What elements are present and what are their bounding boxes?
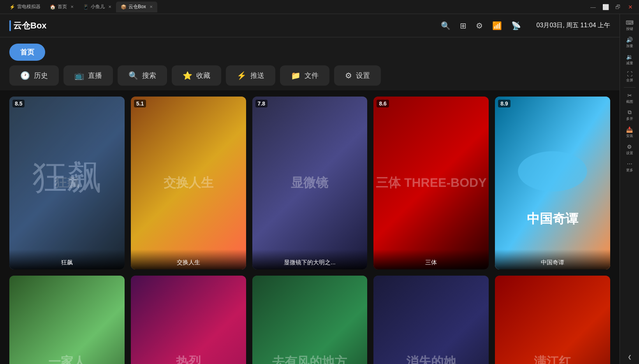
movie-poster-8: 去有风的地方 xyxy=(252,276,368,364)
sidebar-btn-settings[interactable]: ⚙ 设置 xyxy=(621,141,638,158)
movie-title-2: 交换人生 xyxy=(131,250,246,269)
window-minimize-btn[interactable]: — xyxy=(589,3,597,11)
movie-card-1[interactable]: 狂飙 狂飙 8.5 狂飙 xyxy=(9,97,125,269)
movie-rating-4: 8.6 xyxy=(377,100,389,107)
browser-tab-bar: ⚡ 雷电模拟器 🏠 首页 ✕ 📱 小鱼儿 ✕ 📦 云仓Box ✕ — ⬜ 🗗 ✕ xyxy=(0,0,639,14)
movie-card-8[interactable]: 去有风的地方 去有风的地方 xyxy=(252,276,368,364)
movie-card-9[interactable]: 消失的她 消失的她 xyxy=(373,276,489,364)
settings-menu-icon: ⚙ xyxy=(345,71,352,80)
home-tab-icon: 🏠 xyxy=(50,4,56,10)
movie-card-10[interactable]: 满江红 满江红 xyxy=(495,276,610,364)
tab-close-yuncang[interactable]: ✕ xyxy=(150,5,153,9)
menu-live[interactable]: 📺 直播 xyxy=(63,65,113,86)
movie-title-4: 三体 xyxy=(373,250,489,269)
keyboard-icon: ⌨ xyxy=(626,19,634,26)
movie-poster-3: 显微镜 xyxy=(252,97,368,269)
app-content: 云仓Box 🔍 ⊞ ⚙ 📶 📡 03月03日, 周五 11:04 上午 首页 xyxy=(0,14,620,364)
menu-row: 🕐 历史 📺 直播 🔍 搜索 ⭐ 收藏 ⚡ 推送 xyxy=(0,61,620,90)
movie-card-5[interactable]: 中国奇谭 8.9 中国奇谭 xyxy=(495,97,610,269)
volume-up-icon: 🔊 xyxy=(626,37,633,43)
live-icon: 📺 xyxy=(74,71,84,80)
movie-title-3: 显微镜下的大明之... xyxy=(252,250,368,269)
window-restore-btn[interactable]: ⬜ xyxy=(602,3,609,11)
movie-poster-2: 交换人生 xyxy=(131,97,246,269)
sidebar-btn-fullscreen[interactable]: ⛶ 全屏 xyxy=(621,69,638,85)
sidebar-btn-volume-up[interactable]: 🔊 加量 xyxy=(621,34,638,51)
svg-point-3 xyxy=(518,151,587,192)
push-icon: ⚡ xyxy=(237,71,246,80)
cast-icon[interactable]: 📡 xyxy=(511,21,521,30)
movie-poster-9: 消失的她 xyxy=(373,276,489,364)
content-area: 狂飙 狂飙 8.5 狂飙 交换人生 xyxy=(0,90,620,364)
tab-yuncang[interactable]: 📦 云仓Box ✕ xyxy=(116,2,157,12)
window-maximize-btn[interactable]: 🗗 xyxy=(614,3,622,11)
emu-icon: ⚡ xyxy=(9,4,15,10)
logo-bar xyxy=(9,20,11,31)
movie-card-6[interactable]: 一家人 一家人 xyxy=(9,276,125,364)
movies-grid: 狂飙 狂飙 8.5 狂飙 交换人生 xyxy=(9,97,610,364)
sidebar-btn-multiwindow[interactable]: ⧉ 多开 xyxy=(621,107,638,123)
sidebar-btn-screenshot[interactable]: ✂ 截图 xyxy=(621,90,638,106)
tab-close-xiaoyu[interactable]: ✕ xyxy=(108,5,111,9)
movie-card-7[interactable]: 热烈 热烈 xyxy=(131,276,246,364)
movie-rating-5: 8.9 xyxy=(498,100,510,107)
app-logo: 云仓Box xyxy=(9,20,47,32)
screenshot-icon: ✂ xyxy=(627,92,632,98)
grid-icon[interactable]: ⊞ xyxy=(460,21,466,30)
sidebar-btn-volume-down[interactable]: 🔉 减量 xyxy=(621,51,638,68)
more-icon: ⋯ xyxy=(627,161,632,167)
nav-row: 首页 xyxy=(0,37,620,61)
movie-poster-7: 热烈 xyxy=(131,276,246,364)
movie-rating-3: 7.8 xyxy=(255,100,268,107)
movie-rating-2: 5.1 xyxy=(134,100,146,107)
movie-rating-1: 8.5 xyxy=(12,100,25,107)
multiwindow-icon: ⧉ xyxy=(628,109,632,116)
xiaoyu-tab-icon: 📱 xyxy=(83,4,89,10)
favorite-icon: ⭐ xyxy=(183,71,192,80)
volume-down-icon: 🔉 xyxy=(626,54,633,60)
movie-poster-4: 三体 THREE-BODY xyxy=(373,97,489,269)
tab-homepage[interactable]: 🏠 首页 ✕ xyxy=(45,2,78,12)
sidebar-btn-more[interactable]: ⋯ 更多 xyxy=(621,158,638,175)
movie-card-4[interactable]: 三体 THREE-BODY 8.6 三体 xyxy=(373,97,489,269)
svg-text:狂飙: 狂飙 xyxy=(32,158,102,196)
movie-poster-6: 一家人 xyxy=(9,276,125,364)
movie-poster-1: 狂飙 狂飙 xyxy=(9,97,125,269)
browser-frame: ⚡ 雷电模拟器 🏠 首页 ✕ 📱 小鱼儿 ✕ 📦 云仓Box ✕ — ⬜ 🗗 ✕ xyxy=(0,0,639,364)
menu-favorite[interactable]: ⭐ 收藏 xyxy=(172,65,221,86)
svg-text:中国奇谭: 中国奇谭 xyxy=(527,212,579,226)
settings-sidebar-icon: ⚙ xyxy=(627,144,632,150)
fullscreen-icon: ⛶ xyxy=(627,71,632,77)
window-controls: — ⬜ 🗗 ✕ xyxy=(589,3,634,11)
menu-files[interactable]: 📁 文件 xyxy=(280,65,329,86)
app-title: 云仓Box xyxy=(13,20,47,32)
tab-close-home[interactable]: ✕ xyxy=(70,5,74,9)
movie-card-3[interactable]: 显微镜 7.8 显微镜下的大明之... xyxy=(252,97,368,269)
install-icon: 📥 xyxy=(626,127,633,133)
settings-icon[interactable]: ⚙ xyxy=(476,21,483,30)
window-close-btn[interactable]: ✕ xyxy=(627,3,634,11)
menu-push[interactable]: ⚡ 推送 xyxy=(226,65,275,86)
home-button[interactable]: 首页 xyxy=(9,44,45,61)
search-menu-icon: 🔍 xyxy=(129,71,138,80)
tab-leidianzimulator[interactable]: ⚡ 雷电模拟器 xyxy=(5,2,45,12)
movie-poster-10: 满江红 xyxy=(495,276,610,364)
yuncang-tab-icon: 📦 xyxy=(121,4,127,10)
movie-card-2[interactable]: 交换人生 5.1 交换人生 xyxy=(131,97,246,269)
menu-history[interactable]: 🕐 历史 xyxy=(9,65,59,86)
app-header: 云仓Box 🔍 ⊞ ⚙ 📶 📡 03月03日, 周五 11:04 上午 xyxy=(0,14,620,37)
right-sidebar: ⌨ 按键 🔊 加量 🔉 减量 ⛶ 全屏 ✂ 截图 ⧉ 多开 xyxy=(620,14,639,364)
sidebar-btn-keymapping[interactable]: ⌨ 按键 xyxy=(621,17,638,33)
sidebar-divider xyxy=(624,87,635,88)
tab-xiaoyu[interactable]: 📱 小鱼儿 ✕ xyxy=(78,2,116,12)
files-icon: 📁 xyxy=(291,71,301,80)
menu-search[interactable]: 🔍 搜索 xyxy=(118,65,167,86)
sidebar-btn-install[interactable]: 📥 安装 xyxy=(621,124,638,141)
history-icon: 🕐 xyxy=(20,71,30,80)
wifi-icon[interactable]: 📶 xyxy=(492,21,502,30)
header-icons: 🔍 ⊞ ⚙ 📶 📡 03月03日, 周五 11:04 上午 xyxy=(441,21,610,30)
sidebar-scroll-down[interactable]: ❮ xyxy=(621,353,638,361)
menu-settings[interactable]: ⚙ 设置 xyxy=(334,65,381,86)
search-icon[interactable]: 🔍 xyxy=(441,21,451,30)
movie-poster-5: 中国奇谭 xyxy=(495,97,610,269)
